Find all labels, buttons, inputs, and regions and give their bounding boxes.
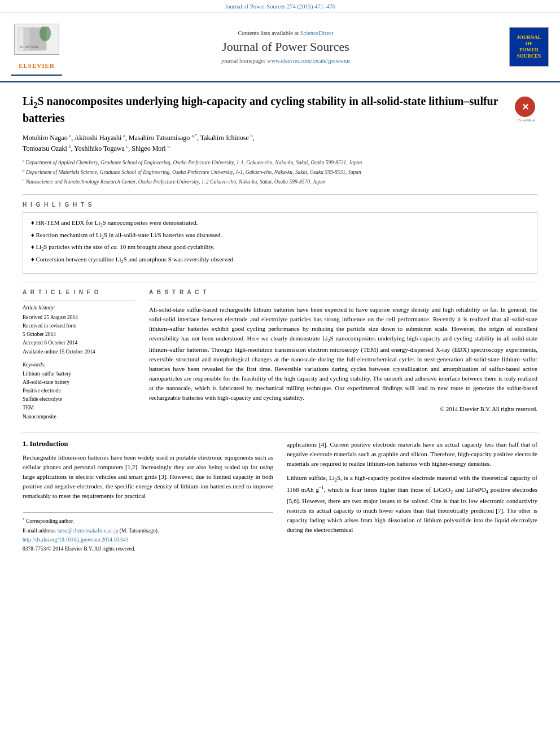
abstract-text: All-solid-state sulfur-based rechargeabl…: [149, 305, 537, 403]
history-label: Article history:: [23, 305, 135, 311]
svg-text:ELSEVIER: ELSEVIER: [20, 45, 38, 49]
highlights-box: HR-TEM and EDX for Li2S nanocomposites w…: [23, 212, 537, 274]
abstract-col: A B S T R A C T All-solid-state sulfur-b…: [149, 289, 537, 421]
homepage-label: journal homepage:: [221, 58, 265, 64]
elsevier-logo-section: ELSEVIER ELSEVIER: [11, 18, 62, 76]
journal-header: ELSEVIER ELSEVIER Contents lists availab…: [0, 12, 560, 82]
article-title: Li2S nanocomposites underlying high-capa…: [23, 94, 506, 126]
abstract-divider: [149, 300, 537, 300]
highlights-label: H I G H L I G H T S: [23, 202, 537, 208]
keywords-label: Keywords:: [23, 362, 135, 368]
contents-text: Contents lists available at: [238, 30, 299, 36]
journal-logo: JOURNALOFPOWERSOURCES: [509, 27, 549, 67]
body-content: 1. Introduction Rechargeable lithium-ion…: [23, 440, 537, 555]
highlight-item-4: Conversion between crystalline Li2S and …: [31, 255, 529, 265]
article-info-abstract: A R T I C L E I N F O Article history: R…: [23, 289, 537, 421]
main-content: Li2S nanocomposites underlying high-capa…: [0, 82, 560, 566]
affiliation-a: a Department of Applied Chemistry, Gradu…: [23, 158, 537, 167]
logo-power-text: JOURNALOFPOWERSOURCES: [517, 34, 541, 59]
keyword-6: Nanocomposite: [23, 413, 135, 421]
sciencedirect-link[interactable]: ScienceDirect: [300, 30, 334, 36]
affiliations: a Department of Applied Chemistry, Gradu…: [23, 158, 537, 186]
sciencedirect-reference: Contents lists available at ScienceDirec…: [68, 30, 504, 36]
journal-title: Journal of Power Sources: [68, 40, 504, 54]
highlight-item-1: HR-TEM and EDX for Li2S nanocomposites w…: [31, 219, 529, 229]
section-divider-2: [23, 282, 537, 282]
article-info-label: A R T I C L E I N F O: [23, 289, 135, 295]
accepted-date: Accepted 6 October 2014: [23, 339, 135, 347]
doi-note: http://dx.doi.org/10.1016/j.jpowsour.201…: [23, 536, 273, 544]
authors-list: Motohiro Nagao a, Akitoshi Hayashi a, Ma…: [23, 133, 537, 154]
keyword-1: Lithium–sulfur battery: [23, 370, 135, 378]
available-online: Available online 15 October 2014: [23, 348, 135, 356]
crossmark-badge: ✕: [515, 97, 535, 117]
body-left-col: 1. Introduction Rechargeable lithium-ion…: [23, 440, 273, 555]
journal-center-info: Contents lists available at ScienceDirec…: [68, 30, 504, 64]
article-title-section: Li2S nanocomposites underlying high-capa…: [23, 94, 537, 126]
section-divider-3: [23, 433, 537, 433]
journal-reference: Journal of Power Sources 274 (2015) 471–…: [0, 0, 560, 12]
elsevier-brand: ELSEVIER: [19, 62, 55, 69]
intro-paragraph-2: applications [4]. Current positive elect…: [287, 440, 537, 535]
journal-ref-text: Journal of Power Sources 274 (2015) 471–…: [225, 3, 335, 10]
received-revised: Received in revised form5 October 2014: [23, 322, 135, 339]
footnote-area: * Corresponding author. E-mail address: …: [23, 512, 273, 553]
crossmark-section: ✕ CrossMark: [515, 97, 537, 123]
corresponding-author-note: * Corresponding author.: [23, 517, 273, 525]
section-divider-1: [23, 194, 537, 195]
intro-paragraph-1: Rechargeable lithium-ion batteries have …: [23, 453, 273, 501]
keyword-5: TEM: [23, 404, 135, 412]
keyword-2: All-solid-state battery: [23, 378, 135, 387]
body-right-col: applications [4]. Current positive elect…: [287, 440, 537, 555]
crossmark-label: CrossMark: [515, 118, 537, 123]
copyright-notice: © 2014 Elsevier B.V. All rights reserved…: [149, 406, 537, 412]
issn-note: 0378-7753/© 2014 Elsevier B.V. All right…: [23, 545, 273, 553]
email-link[interactable]: tatsu@chem.osakafu-u.ac.jp: [58, 528, 119, 534]
email-note: E-mail address: tatsu@chem.osakafu-u.ac.…: [23, 527, 273, 535]
introduction-heading: 1. Introduction: [23, 440, 273, 448]
highlight-item-2: Reaction mechanism of Li2S in all-solid-…: [31, 231, 529, 241]
received-date: Received 25 August 2014: [23, 313, 135, 322]
abstract-label: A B S T R A C T: [149, 289, 537, 295]
article-info-col: A R T I C L E I N F O Article history: R…: [23, 289, 135, 421]
affiliation-b: b Department of Materials Science, Gradu…: [23, 168, 537, 176]
highlight-item-3: Li2S particles with the size of ca. 10 n…: [31, 243, 529, 253]
homepage-link[interactable]: www.elsevier.com/locate/jpowsour: [267, 58, 350, 64]
highlights-section: H I G H L I G H T S HR-TEM and EDX for L…: [23, 202, 537, 274]
affiliation-c: c Nanoscience and Nanotechnology Researc…: [23, 177, 537, 186]
keyword-3: Positive electrode: [23, 387, 135, 395]
doi-link[interactable]: http://dx.doi.org/10.1016/j.jpowsour.201…: [23, 537, 128, 543]
keyword-4: Sulfide electrolyte: [23, 395, 135, 404]
elsevier-graphic: ELSEVIER: [14, 24, 59, 55]
info-divider: [23, 300, 135, 300]
homepage-reference: journal homepage: www.elsevier.com/locat…: [68, 58, 504, 64]
